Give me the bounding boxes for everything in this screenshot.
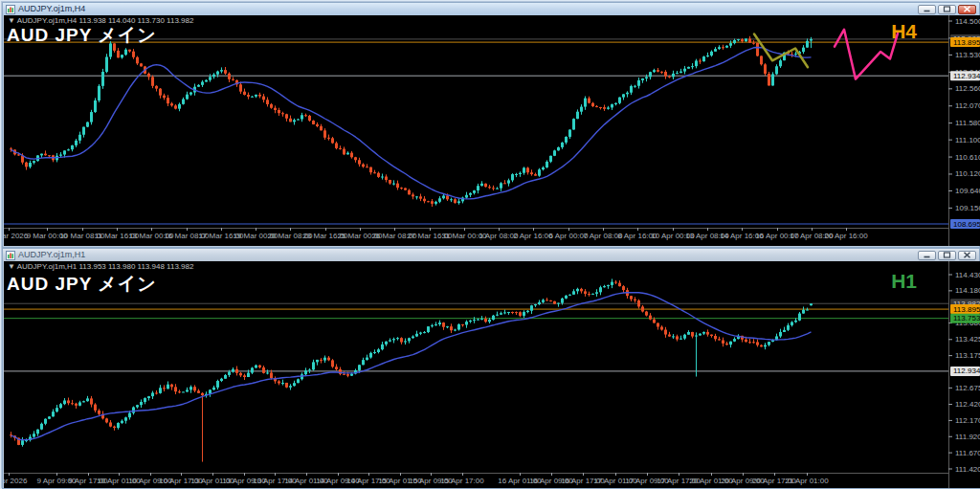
price-axis-tick-label: 114.430 [955,271,980,279]
chart-area-h1[interactable]: 114.430114.180113.680113.425113.175112.6… [4,261,978,488]
time-axis-label: 21 Apr 01:00 [785,477,829,485]
time-axis-label: 5 Mar 2026 [4,232,29,240]
mdi-workspace: AUDJPY.oj1m,H4 114.500114.010113.530113.… [0,0,980,489]
symbol-watermark: AUD JPY メイン [7,272,157,297]
minimize-icon [923,252,931,258]
close-button[interactable] [958,5,976,14]
symbol-watermark: AUD JPY メイン [7,23,157,48]
price-axis-tick-label: 111.920 [955,433,980,441]
restore-icon [943,252,951,258]
price-axis-tick-label: 112.560 [955,84,980,93]
time-axis-label: 9 Apr 2026 [4,477,28,485]
price-axis-tick-label: 112.170 [955,416,980,425]
window-title: AUDJPY.oj1m,H4 [18,3,85,15]
chart-window-h1: AUDJPY.oj1m,H1 114.430114.180113.680113.… [2,248,980,489]
minimize-icon [923,6,931,12]
price-axis-tick-label: 113.530 [955,51,980,59]
titlebar-h4[interactable]: AUDJPY.oj1m,H4 [3,3,979,15]
minimize-button[interactable] [918,251,936,260]
price-level-label-text: 112.934 [953,367,980,375]
time-axis-label: 2 Apr 16:00 [514,232,553,240]
price-axis-tick-label: 114.180 [955,286,980,295]
price-axis-tick-label: 109.150 [955,204,980,212]
restore-button[interactable] [938,5,956,14]
time-axis-label: 15 Apr 17:00 [440,477,484,485]
price-axis-tick-label: 113.175 [955,351,980,360]
window-title: AUDJPY.oj1m,H1 [18,249,85,261]
chart-window-icon [6,251,15,260]
price-axis-tick-label: 111.670 [955,449,980,457]
price-axis-tick-label: 112.420 [955,400,980,409]
price-axis-tick-label: 113.425 [955,335,980,344]
time-axis-label: 20 Apr 16:00 [824,232,868,240]
price-axis-tick-label: 110.120 [955,169,980,178]
price-level-label-text: 112.934 [953,72,980,80]
price-level-label-text: 108.695 [953,220,980,229]
price-axis-tick-label: 111.420 [955,465,980,474]
timeframe-badge-h1: H1 [891,270,917,293]
price-axis-tick-label: 112.675 [955,384,980,392]
price-axis-tick-label: 109.640 [955,187,980,195]
restore-button[interactable] [938,251,956,260]
close-button[interactable] [958,251,976,260]
price-axis-tick-label: 110.610 [955,153,980,162]
ohlc-info-line: ▼ AUDJPY.oj1m,H1 113.953 113.980 113.948… [8,262,193,271]
chart-area-h4[interactable]: 114.500114.010113.530113.040112.560112.0… [4,15,978,246]
price-level-label-text: 113.895 [953,38,980,47]
price-axis-tick-label: 114.500 [955,17,980,26]
chart-window-h4: AUDJPY.oj1m,H4 114.500114.010113.530113.… [2,2,980,248]
chart-window-icon [6,5,15,14]
close-icon [963,6,971,12]
close-icon [963,252,971,258]
restore-icon [943,6,951,12]
price-axis-tick-label: 111.580 [955,119,980,127]
titlebar-h1[interactable]: AUDJPY.oj1m,H1 [3,249,979,261]
price-axis-tick-label: 111.100 [955,136,980,144]
price-axis-tick-label: 112.070 [955,101,980,110]
minimize-button[interactable] [918,5,936,14]
candlestick-chart-h4[interactable]: 114.500114.010113.530113.040112.560112.0… [4,15,980,246]
timeframe-badge-h4: H4 [891,20,917,43]
price-level-label-text: 113.895 [953,305,980,314]
price-level-label-text: 113.753 [953,314,980,322]
